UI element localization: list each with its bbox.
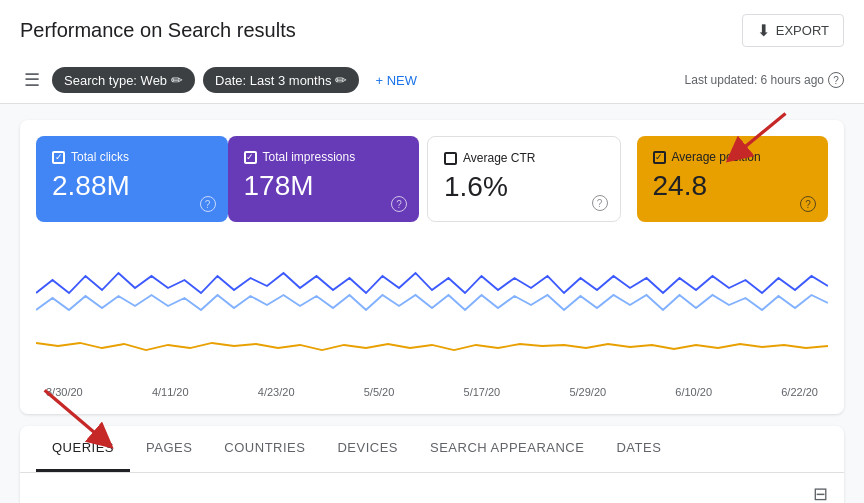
- tabs-section: QUERIES PAGES COUNTRIES DEVICES SEARCH A…: [20, 426, 844, 503]
- clicks-value: 2.88M: [52, 170, 212, 202]
- help-icon[interactable]: ?: [828, 72, 844, 88]
- position-checkbox: [653, 151, 666, 164]
- metrics-row: Total clicks 2.88M ? Total impressions 1…: [36, 136, 828, 222]
- x-label-2: 4/23/20: [258, 386, 295, 398]
- tab-dates[interactable]: DATES: [600, 426, 677, 472]
- export-button[interactable]: ⬇ EXPORT: [742, 14, 844, 47]
- x-label-6: 6/10/20: [675, 386, 712, 398]
- clicks-help-icon[interactable]: ?: [200, 196, 216, 212]
- filter-rows-icon[interactable]: ⊟: [813, 483, 828, 503]
- metric-tile-ctr[interactable]: Average CTR 1.6% ?: [427, 136, 621, 222]
- ctr-value: 1.6%: [444, 171, 604, 203]
- ctr-checkbox: [444, 152, 457, 165]
- tabs-actions: ⊟: [20, 473, 844, 503]
- main-content: Total clicks 2.88M ? Total impressions 1…: [0, 104, 864, 503]
- position-label: Average position: [672, 150, 761, 164]
- search-type-edit-icon: ✏: [171, 72, 183, 88]
- performance-chart: [36, 238, 828, 378]
- ctr-label: Average CTR: [463, 151, 535, 165]
- chart-svg: [36, 238, 828, 378]
- page-title: Performance on Search results: [20, 19, 296, 42]
- page-header: Performance on Search results ⬇ EXPORT: [0, 0, 864, 57]
- tab-queries[interactable]: QUERIES: [36, 426, 130, 472]
- x-label-7: 6/22/20: [781, 386, 818, 398]
- metric-tile-position[interactable]: Average position 24.8 ?: [637, 136, 829, 222]
- impressions-label: Total impressions: [263, 150, 356, 164]
- toolbar-left: ☰ Search type: Web ✏ Date: Last 3 months…: [20, 65, 425, 95]
- x-label-4: 5/17/20: [464, 386, 501, 398]
- ctr-help-icon[interactable]: ?: [592, 195, 608, 211]
- metric-tile-impressions[interactable]: Total impressions 178M ?: [228, 136, 420, 222]
- date-label: Date: Last 3 months: [215, 73, 331, 88]
- position-help-icon[interactable]: ?: [800, 196, 816, 212]
- toolbar: ☰ Search type: Web ✏ Date: Last 3 months…: [0, 57, 864, 104]
- clicks-checkbox: [52, 151, 65, 164]
- filter-icon[interactable]: ☰: [20, 65, 44, 95]
- impressions-label-row: Total impressions: [244, 150, 404, 164]
- x-label-3: 5/5/20: [364, 386, 395, 398]
- impressions-value: 178M: [244, 170, 404, 202]
- position-label-row: Average position: [653, 150, 813, 164]
- search-type-label: Search type: Web: [64, 73, 167, 88]
- clicks-label-row: Total clicks: [52, 150, 212, 164]
- position-value: 24.8: [653, 170, 813, 202]
- toolbar-right: Last updated: 6 hours ago ?: [685, 72, 844, 88]
- impressions-help-icon[interactable]: ?: [391, 196, 407, 212]
- x-axis-labels: 3/30/20 4/11/20 4/23/20 5/5/20 5/17/20 5…: [36, 386, 828, 398]
- tab-countries[interactable]: COUNTRIES: [208, 426, 321, 472]
- search-type-chip[interactable]: Search type: Web ✏: [52, 67, 195, 93]
- impressions-checkbox: [244, 151, 257, 164]
- tab-devices[interactable]: DEVICES: [321, 426, 414, 472]
- metric-tile-clicks[interactable]: Total clicks 2.88M ?: [36, 136, 228, 222]
- export-icon: ⬇: [757, 21, 770, 40]
- tabs-row: QUERIES PAGES COUNTRIES DEVICES SEARCH A…: [20, 426, 844, 473]
- last-updated-text: Last updated: 6 hours ago: [685, 73, 824, 87]
- new-label: + NEW: [375, 73, 417, 88]
- page-wrapper: Performance on Search results ⬇ EXPORT ☰…: [0, 0, 864, 503]
- x-label-5: 5/29/20: [569, 386, 606, 398]
- x-label-1: 4/11/20: [152, 386, 189, 398]
- export-label: EXPORT: [776, 23, 829, 38]
- clicks-label: Total clicks: [71, 150, 129, 164]
- date-chip[interactable]: Date: Last 3 months ✏: [203, 67, 359, 93]
- performance-card: Total clicks 2.88M ? Total impressions 1…: [20, 120, 844, 414]
- x-label-0: 3/30/20: [46, 386, 83, 398]
- date-edit-icon: ✏: [335, 72, 347, 88]
- new-button[interactable]: + NEW: [367, 69, 425, 92]
- tab-pages[interactable]: PAGES: [130, 426, 208, 472]
- tab-search-appearance[interactable]: SEARCH APPEARANCE: [414, 426, 600, 472]
- ctr-label-row: Average CTR: [444, 151, 604, 165]
